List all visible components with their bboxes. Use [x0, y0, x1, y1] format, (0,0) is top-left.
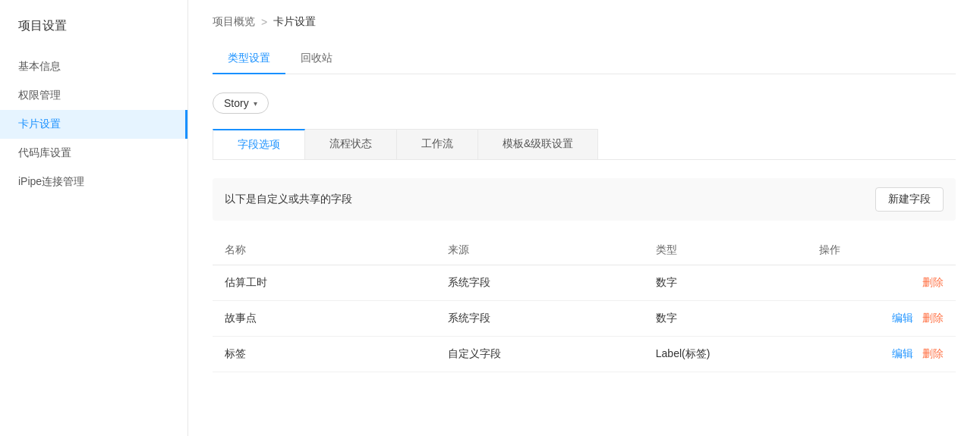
breadcrumb-separator: > — [261, 16, 267, 28]
field-action-cell: 删除 — [807, 265, 956, 301]
fields-table: 名称 来源 类型 操作 估算工时系统字段数字删除故事点系统字段数字编辑删除标签自… — [213, 236, 956, 372]
edit-field-link[interactable]: 编辑 — [892, 312, 913, 324]
fields-header-text: 以下是自定义或共享的字段 — [225, 193, 352, 206]
sidebar-title: 项目设置 — [0, 18, 187, 52]
delete-field-link[interactable]: 删除 — [922, 347, 944, 359]
delete-field-link[interactable]: 删除 — [922, 276, 944, 288]
field-type-cell: Label(标签) — [644, 337, 807, 372]
col-header-name: 名称 — [213, 236, 436, 265]
tab-flow-status[interactable]: 流程状态 — [304, 129, 397, 159]
field-name-cell: 标签 — [213, 337, 436, 372]
field-type-cell: 数字 — [644, 265, 807, 301]
col-header-action: 操作 — [807, 236, 956, 265]
table-row: 估算工时系统字段数字删除 — [213, 265, 956, 301]
story-dropdown-button[interactable]: Story ▾ — [213, 93, 269, 114]
tab-workflow[interactable]: 工作流 — [396, 129, 478, 159]
field-source-cell: 自定义字段 — [436, 337, 644, 372]
edit-field-link[interactable]: 编辑 — [892, 347, 913, 359]
chevron-down-icon: ▾ — [254, 99, 257, 108]
main-content: 项目概览 > 卡片设置 类型设置 回收站 Story ▾ 字段选项 流程状态 工… — [188, 0, 980, 436]
table-row: 标签自定义字段Label(标签)编辑删除 — [213, 337, 956, 372]
tab-fields[interactable]: 字段选项 — [213, 129, 305, 159]
table-row: 故事点系统字段数字编辑删除 — [213, 301, 956, 337]
sidebar-item-ipipe[interactable]: iPipe连接管理 — [0, 168, 187, 196]
field-source-cell: 系统字段 — [436, 265, 644, 301]
field-name-cell: 估算工时 — [213, 265, 436, 301]
sidebar: 项目设置 基本信息 权限管理 卡片设置 代码库设置 iPipe连接管理 — [0, 0, 188, 436]
tab-type-settings[interactable]: 类型设置 — [213, 44, 285, 74]
col-header-source: 来源 — [436, 236, 644, 265]
col-header-type: 类型 — [644, 236, 807, 265]
field-action-cell: 编辑删除 — [807, 337, 956, 372]
story-dropdown-label: Story — [224, 97, 249, 109]
field-action-cell: 编辑删除 — [807, 301, 956, 337]
breadcrumb: 项目概览 > 卡片设置 — [213, 15, 956, 29]
sidebar-item-permission[interactable]: 权限管理 — [0, 81, 187, 110]
delete-field-link[interactable]: 删除 — [922, 312, 944, 324]
field-type-cell: 数字 — [644, 301, 807, 337]
field-name-cell: 故事点 — [213, 301, 436, 337]
breadcrumb-current: 卡片设置 — [273, 15, 316, 29]
top-tabs: 类型设置 回收站 — [213, 44, 956, 74]
breadcrumb-parent[interactable]: 项目概览 — [213, 15, 255, 29]
sidebar-item-basic[interactable]: 基本信息 — [0, 52, 187, 81]
sidebar-item-card[interactable]: 卡片设置 — [0, 110, 187, 139]
tab-recycle[interactable]: 回收站 — [285, 44, 348, 74]
sub-tabs: 字段选项 流程状态 工作流 模板&级联设置 — [213, 129, 956, 160]
fields-header-bar: 以下是自定义或共享的字段 新建字段 — [213, 178, 956, 221]
tab-template[interactable]: 模板&级联设置 — [477, 129, 598, 159]
field-source-cell: 系统字段 — [436, 301, 644, 337]
new-field-button[interactable]: 新建字段 — [875, 187, 944, 212]
sidebar-item-repo[interactable]: 代码库设置 — [0, 139, 187, 168]
